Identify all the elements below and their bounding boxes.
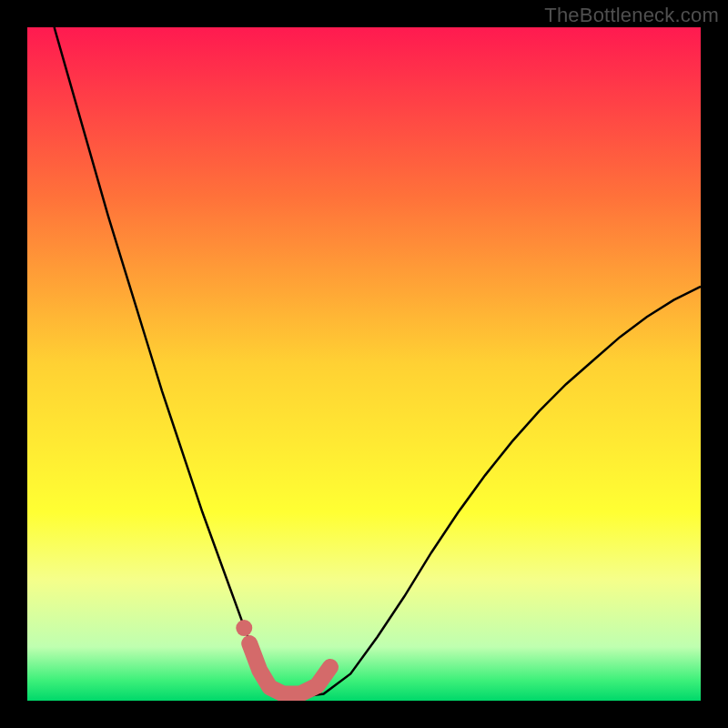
watermark-text: TheBottleneck.com xyxy=(544,4,719,27)
chart-frame: TheBottleneck.com xyxy=(0,0,728,728)
chart-svg xyxy=(27,27,701,701)
point-valley-dot xyxy=(236,620,252,636)
chart-background xyxy=(27,27,701,701)
plot-area xyxy=(27,27,701,701)
points-layer xyxy=(236,620,252,636)
